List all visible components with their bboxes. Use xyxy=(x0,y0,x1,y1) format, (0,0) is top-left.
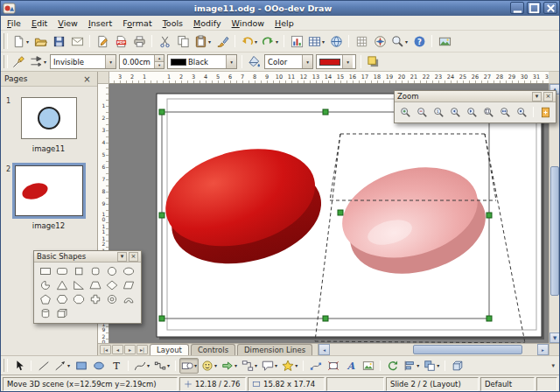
shape-ellipse[interactable] xyxy=(120,264,136,278)
shape-octagon[interactable] xyxy=(70,292,87,306)
menu-view[interactable]: View xyxy=(52,18,83,29)
glue-points-button[interactable] xyxy=(325,358,341,374)
shape-block-arc[interactable] xyxy=(120,292,136,306)
shift-button[interactable] xyxy=(537,104,553,120)
ellipse-button[interactable] xyxy=(90,358,107,374)
callouts-button[interactable]: ▾ xyxy=(260,358,279,374)
select-button[interactable] xyxy=(10,358,27,374)
palette-close-icon[interactable]: × xyxy=(543,92,553,102)
chevron-down-icon[interactable]: ▾ xyxy=(342,55,353,68)
align-button[interactable]: ▾ xyxy=(402,358,421,374)
titlebar[interactable]: image11.odg - OOo-dev Draw xyxy=(0,0,560,16)
arrow-button[interactable]: ▾ xyxy=(52,358,72,374)
fill-color-select[interactable]: ▾ xyxy=(316,54,356,69)
shadow-button[interactable] xyxy=(365,54,382,70)
export-pdf-button[interactable]: PDF xyxy=(112,32,130,50)
shape-square[interactable] xyxy=(70,264,87,278)
horizontal-scroll-thumb[interactable] xyxy=(413,345,522,354)
chevron-down-icon[interactable]: ▾ xyxy=(226,55,236,68)
shape-isosceles-triangle[interactable] xyxy=(53,278,70,292)
edit-file-button[interactable] xyxy=(94,32,111,50)
navigator-button[interactable] xyxy=(371,32,388,50)
horizontal-scrollbar[interactable]: ◂ ▸ xyxy=(318,344,549,355)
menu-file[interactable]: File xyxy=(2,18,26,29)
zoom-next-button[interactable] xyxy=(464,104,480,120)
horizontal-ruler[interactable]: 4321123456789101112131415161718192021222… xyxy=(109,72,549,84)
shape-pentagon[interactable] xyxy=(37,292,53,306)
menu-window[interactable]: Window xyxy=(227,18,270,29)
scroll-down-icon[interactable]: ▼ xyxy=(550,332,560,343)
line-width-input[interactable]: 0.00cm ▴▾ xyxy=(119,54,164,69)
vertical-scroll-thumb[interactable] xyxy=(550,166,559,296)
chevron-down-icon[interactable]: ▾ xyxy=(105,55,116,68)
page-thumbnail-image12[interactable]: 2image12 xyxy=(0,160,97,237)
line-color-select[interactable]: Black ▾ xyxy=(167,54,237,69)
rotate-button[interactable] xyxy=(384,358,401,374)
zoom-palette-titlebar[interactable]: Zoom ▾ × xyxy=(395,91,556,102)
toolbar-grip[interactable] xyxy=(4,33,8,49)
fill-type-select[interactable]: Color ▾ xyxy=(264,54,313,69)
tab-nav-last[interactable]: ▸| xyxy=(136,345,148,354)
shape-cube[interactable] xyxy=(53,306,70,320)
arrow-style-button[interactable]: ▾ xyxy=(28,54,48,70)
tab-dimension-lines[interactable]: Dimension Lines xyxy=(237,344,312,355)
help-button[interactable]: ? xyxy=(410,32,428,50)
extrusion-button[interactable] xyxy=(449,358,466,374)
page-style[interactable]: Default xyxy=(480,377,535,391)
tab-nav-previous[interactable]: ◂ xyxy=(112,345,123,354)
curve-button[interactable]: ▾ xyxy=(132,358,151,374)
flowchart-button[interactable]: ▾ xyxy=(240,358,259,374)
toolbar-overflow-icon[interactable]: ▾ xyxy=(548,362,558,369)
scroll-right-icon[interactable]: ▸ xyxy=(537,344,549,355)
chevron-down-icon[interactable]: ▾ xyxy=(302,55,312,68)
display-grid-button[interactable] xyxy=(353,32,370,50)
hyperlink-button[interactable] xyxy=(327,32,345,50)
chart-button[interactable] xyxy=(288,32,305,50)
paste-button[interactable]: ▾ xyxy=(192,32,213,50)
block-arrows-button[interactable]: ▾ xyxy=(220,358,239,374)
toolbar-grip[interactable] xyxy=(4,359,8,372)
shape-rectangle[interactable] xyxy=(37,264,53,278)
zoom-previous-button[interactable] xyxy=(447,104,463,120)
symbol-shapes-button[interactable]: ▾ xyxy=(200,358,219,374)
minimize-button[interactable] xyxy=(510,2,524,14)
basic-shapes-palette-titlebar[interactable]: Basic Shapes ▾ × xyxy=(34,251,141,262)
zoom-out-button[interactable] xyxy=(414,104,430,120)
format-paintbrush-button[interactable] xyxy=(214,32,231,50)
tab-nav-next[interactable]: ▸ xyxy=(124,345,136,354)
toolbar-grip[interactable] xyxy=(4,55,8,68)
fontwork-button[interactable]: A xyxy=(342,358,359,374)
tab-controls[interactable]: Controls xyxy=(191,344,235,355)
area-dialog-button[interactable] xyxy=(246,54,262,70)
shape-trapezoid[interactable] xyxy=(87,278,103,292)
shape-hexagon[interactable] xyxy=(53,292,70,306)
text-button[interactable]: T xyxy=(108,358,124,374)
shape-rounded-rectangle[interactable] xyxy=(53,264,70,278)
shape-ring[interactable] xyxy=(103,292,120,306)
zoom-button[interactable]: ▾ xyxy=(389,32,410,50)
email-button[interactable] xyxy=(68,32,86,50)
menu-insert[interactable]: Insert xyxy=(83,18,117,29)
palette-close-icon[interactable]: × xyxy=(129,252,138,262)
zoom-page-button[interactable] xyxy=(480,104,496,120)
page-thumbnail-image11[interactable]: 1image11 xyxy=(0,92,97,160)
basic-shapes-button[interactable]: ▾ xyxy=(179,358,199,374)
rectangle-button[interactable] xyxy=(73,358,89,374)
shape-right-triangle[interactable] xyxy=(70,278,87,292)
tab-nav-first[interactable]: |◂ xyxy=(100,345,111,354)
palette-menu-icon[interactable]: ▾ xyxy=(532,92,542,102)
gallery-button[interactable] xyxy=(436,32,453,50)
slide-indicator[interactable]: Slide 2 / 2 (Layout) xyxy=(386,377,479,391)
copy-button[interactable] xyxy=(174,32,192,50)
line-button[interactable] xyxy=(35,358,52,374)
zoom-optimal-button[interactable] xyxy=(514,104,529,120)
cut-button[interactable] xyxy=(156,32,173,50)
zoom-page-width-button[interactable] xyxy=(497,104,513,120)
shape-cross[interactable] xyxy=(87,292,103,306)
print-button[interactable] xyxy=(130,32,148,50)
stars-button[interactable]: ▾ xyxy=(280,358,299,374)
redo-button[interactable]: ▾ xyxy=(260,32,280,50)
vertical-scroll-track[interactable] xyxy=(550,94,560,332)
edit-points-button[interactable] xyxy=(307,358,324,374)
arrange-button[interactable]: ▾ xyxy=(422,358,441,374)
